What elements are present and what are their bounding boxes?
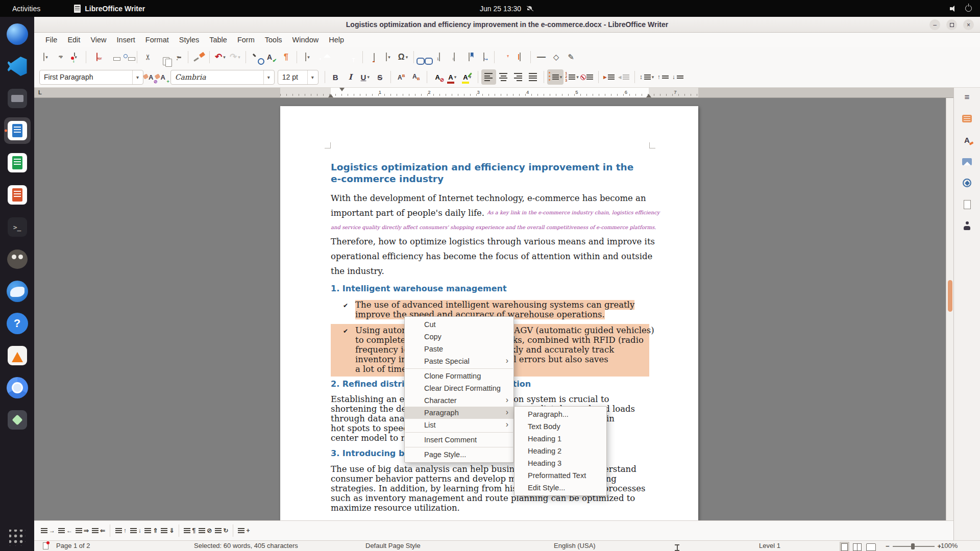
zoom-out-icon[interactable]: − bbox=[886, 542, 890, 550]
vertical-scrollbar[interactable] bbox=[946, 98, 953, 520]
restart-numbering-button[interactable]: ↻ bbox=[213, 523, 230, 538]
italic-button[interactable]: I bbox=[343, 69, 358, 85]
line-spacing-button[interactable]: ↕▾ bbox=[638, 69, 656, 85]
context-item-list[interactable]: List› bbox=[405, 419, 513, 431]
update-selected-style-button[interactable]: A⊘ bbox=[148, 72, 154, 82]
context-item-copy[interactable]: Copy bbox=[405, 331, 513, 343]
insert-footnote-button[interactable] bbox=[432, 49, 447, 65]
dock-help[interactable]: ? bbox=[4, 310, 31, 337]
draw-functions-button[interactable]: ✎ bbox=[564, 49, 578, 65]
insert-image-button[interactable] bbox=[315, 49, 330, 65]
dock-libreoffice-impress[interactable] bbox=[4, 182, 31, 208]
system-status-area[interactable] bbox=[950, 5, 972, 12]
context-item-paste[interactable]: Paste bbox=[405, 343, 513, 355]
underline-button[interactable]: U▾ bbox=[358, 69, 373, 85]
add-to-list-button[interactable]: + bbox=[236, 523, 251, 538]
context-item-clone-formatting[interactable]: Clone Formatting bbox=[405, 370, 513, 382]
insert-field-button[interactable]: ▾ bbox=[381, 49, 396, 65]
move-item-down-button[interactable]: ↓ bbox=[128, 523, 143, 538]
cut-button[interactable]: ✂ bbox=[140, 49, 155, 65]
superscript-button[interactable]: AB bbox=[394, 69, 409, 85]
dock-firefox[interactable] bbox=[4, 21, 31, 47]
bold-button[interactable]: B bbox=[328, 69, 343, 85]
insert-hyperlink-button[interactable] bbox=[417, 49, 432, 65]
track-changes-button[interactable] bbox=[512, 49, 527, 65]
tab-stop-selector-icon[interactable]: L bbox=[38, 89, 42, 95]
insert-horizontal-line-button[interactable]: — bbox=[534, 49, 549, 65]
font-size-combo[interactable]: 12 pt ▾ bbox=[278, 70, 318, 85]
menu-view[interactable]: View bbox=[85, 33, 111, 47]
new-document-button[interactable]: ▾ bbox=[38, 49, 53, 65]
page-number-status[interactable]: Page 1 of 2 bbox=[56, 541, 90, 551]
zoom-track[interactable] bbox=[893, 546, 935, 547]
menu-insert[interactable]: Insert bbox=[112, 33, 140, 47]
subscript-button[interactable]: AB bbox=[409, 69, 424, 85]
dock-show-applications[interactable] bbox=[4, 524, 31, 551]
insert-cross-reference-button[interactable] bbox=[476, 49, 491, 65]
context-item-page-style[interactable]: Page Style... bbox=[405, 448, 513, 461]
insert-mode-icon[interactable] bbox=[675, 542, 679, 551]
clock-menu[interactable]: Jun 25 13:30 bbox=[480, 5, 533, 13]
dock-files[interactable] bbox=[4, 85, 31, 112]
spelling-button[interactable]: A bbox=[264, 49, 279, 65]
close-button[interactable]: × bbox=[963, 19, 974, 30]
zoom-thumb[interactable] bbox=[911, 543, 915, 549]
redo-button[interactable]: ↷▾ bbox=[228, 49, 242, 65]
move-item-up-button[interactable]: ↑ bbox=[113, 523, 128, 538]
insert-comment-button[interactable] bbox=[498, 49, 512, 65]
zoom-slider[interactable]: −+ bbox=[886, 541, 941, 551]
justified-button[interactable] bbox=[526, 69, 541, 85]
save-button[interactable]: ▾ bbox=[68, 49, 83, 65]
decrease-paragraph-spacing-button[interactable]: ↓ bbox=[670, 69, 685, 85]
insert-table-button[interactable]: ▾ bbox=[300, 49, 315, 65]
copy-button[interactable] bbox=[155, 49, 170, 65]
submenu-item-preformatted-text[interactable]: Preformatted Text bbox=[514, 469, 606, 482]
move-up-with-subpoints-button[interactable]: ⇑ bbox=[143, 523, 159, 538]
sidebar-tab-properties[interactable] bbox=[959, 111, 976, 127]
insert-endnote-button[interactable] bbox=[447, 49, 461, 65]
dock-software-store[interactable] bbox=[4, 407, 31, 433]
menu-tools[interactable]: Tools bbox=[260, 33, 287, 47]
menu-edit[interactable]: Edit bbox=[62, 33, 85, 47]
activities-button[interactable]: Activities bbox=[12, 5, 40, 13]
paste-button[interactable]: ▾ bbox=[170, 49, 185, 65]
context-item-insert-comment[interactable]: Insert Comment bbox=[405, 434, 513, 446]
context-item-paragraph[interactable]: Paragraph› bbox=[405, 407, 513, 419]
print-button[interactable] bbox=[104, 49, 119, 65]
open-file-button[interactable]: ▾ bbox=[53, 49, 68, 65]
submenu-item-edit-style[interactable]: Edit Style... bbox=[514, 482, 606, 494]
app-menu[interactable]: LibreOffice Writer bbox=[74, 5, 145, 13]
font-color-button[interactable]: A▾ bbox=[445, 69, 460, 85]
scrollbar-thumb[interactable] bbox=[948, 280, 952, 312]
minimize-button[interactable]: – bbox=[929, 19, 940, 30]
dock-libreoffice-calc[interactable] bbox=[4, 149, 31, 176]
submenu-item-heading-3[interactable]: Heading 3 bbox=[514, 457, 606, 469]
menu-window[interactable]: Window bbox=[287, 33, 324, 47]
multi-page-view-icon[interactable] bbox=[853, 543, 862, 551]
clone-formatting-button[interactable] bbox=[191, 49, 206, 65]
insert-page-break-button[interactable] bbox=[366, 49, 381, 65]
insert-bookmark-button[interactable] bbox=[461, 49, 476, 65]
align-left-button[interactable] bbox=[481, 69, 496, 85]
dock-chromium[interactable] bbox=[4, 374, 31, 401]
undo-button[interactable]: ↶▾ bbox=[213, 49, 228, 65]
clear-character-formatting-button[interactable]: A⊘ bbox=[430, 69, 445, 85]
increase-indent-button[interactable]: ▸ bbox=[602, 69, 617, 85]
menu-form[interactable]: Form bbox=[232, 33, 260, 47]
insert-unnumbered-entry-button[interactable]: ¶ bbox=[182, 523, 197, 538]
insert-chart-button[interactable] bbox=[330, 49, 345, 65]
right-indent-marker[interactable] bbox=[646, 94, 651, 97]
context-item-clear-direct-formatting[interactable]: Clear Direct Formatting bbox=[405, 382, 513, 394]
strikethrough-button[interactable]: S bbox=[373, 69, 387, 85]
insert-special-character-button[interactable]: Ω▾ bbox=[396, 49, 410, 65]
submenu-item-heading-2[interactable]: Heading 2 bbox=[514, 445, 606, 457]
dock-thunderbird[interactable] bbox=[4, 278, 31, 305]
submenu-item-heading-1[interactable]: Heading 1 bbox=[514, 433, 606, 445]
dock-terminal[interactable]: >_ bbox=[4, 214, 31, 240]
book-view-icon[interactable] bbox=[866, 543, 876, 551]
highlighting-color-button[interactable]: A▾ bbox=[460, 69, 475, 85]
window-title-bar[interactable]: Logistics optimization and efficiency im… bbox=[34, 17, 980, 33]
view-layout-buttons[interactable] bbox=[840, 542, 877, 551]
ordered-list-button[interactable]: 1 2 3▾ bbox=[564, 69, 580, 85]
sidebar-tab-styles[interactable]: A bbox=[959, 132, 976, 148]
